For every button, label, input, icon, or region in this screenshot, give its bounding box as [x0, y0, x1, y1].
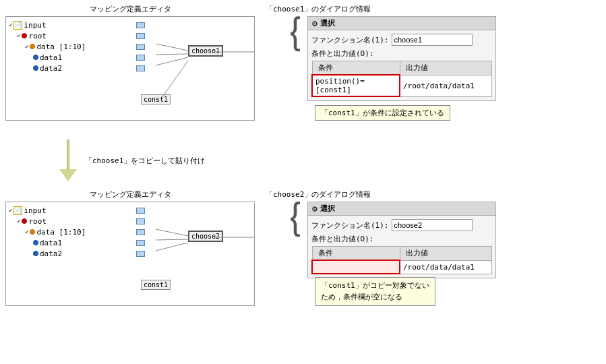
bottom-data2-connector — [136, 251, 145, 257]
svg-line-1 — [156, 54, 188, 55]
bottom-dialog-section: 「choose2」のダイアログ情報 ｛ ⚙ 選択 ファンクション名(1): — [266, 189, 496, 278]
svg-line-3 — [162, 61, 188, 97]
bottom-tree-row-data-range: ✓ data [1:10] — [9, 226, 145, 237]
bottom-callout: 「const1」がコピー対象でない ため，条件欄が空になる — [315, 277, 435, 306]
conditions-label-top: 条件と出力値(O): — [311, 49, 492, 59]
output-cell-top: /root/data/data1 — [400, 75, 492, 96]
bottom-mapping-editor-title: マッピング定義エディタ — [90, 189, 171, 200]
middle-arrow — [59, 140, 77, 181]
bottom-const-node[interactable]: const1 — [141, 280, 171, 290]
condition-cell-top[interactable]: position()=[const1] — [312, 75, 400, 96]
top-dialog-titlebar: ⚙ 選択 — [308, 17, 495, 30]
bottom-mapping-editor: ✓ 📄 input ✓ root ✓ — [5, 202, 255, 306]
bottom-tree-row-data1: data1 — [9, 237, 145, 248]
tree-data-range-label: data [1:10] — [36, 42, 86, 51]
middle-section: 「choose1」をコピーして貼り付け — [5, 121, 601, 187]
top-conditions-table: 条件 出力値 position()=[const1] /root/data/da… — [311, 61, 492, 97]
func-name-label-top: ファンクション名(1): — [311, 35, 389, 45]
top-dialog-panel: ⚙ 選択 ファンクション名(1): 条件と出力値(O): — [307, 16, 496, 101]
top-mapping-editor-section: マッピング定義エディタ ✓ 📄 input ✓ r — [5, 4, 255, 121]
middle-label: 「choose1」をコピーして貼り付け — [85, 156, 205, 166]
output-col-header-bottom: 出力値 — [400, 247, 492, 261]
bottom-tree-row-root: ✓ root — [9, 216, 145, 226]
condition-col-header-top: 条件 — [312, 61, 400, 75]
tree-row-data1: data1 — [9, 52, 145, 63]
func-name-input-top[interactable] — [392, 34, 473, 46]
bottom-conditions-table: 条件 出力値 /root/data/data1 — [311, 246, 492, 274]
bottom-tree-data1-label: data1 — [40, 239, 62, 247]
bottom-data1-connector — [136, 240, 145, 246]
tree-root-label: root — [28, 32, 47, 40]
bottom-data-range-connector — [136, 229, 145, 235]
top-input-connector — [136, 22, 145, 28]
bottom-root-connector — [136, 218, 145, 224]
svg-line-6 — [156, 239, 188, 240]
top-dialog-section-label: 選択 — [320, 18, 335, 28]
top-const-node[interactable]: const1 — [141, 94, 171, 104]
bottom-bracket: ｛ — [266, 199, 306, 233]
bottom-dialog-panel: ⚙ 選択 ファンクション名(1): 条件と出力値(O): — [307, 202, 496, 278]
svg-line-2 — [156, 57, 188, 65]
gear-icon-bottom: ⚙ — [312, 204, 317, 214]
top-data-range-connector — [136, 44, 145, 50]
tree-data1-label: data1 — [40, 53, 62, 62]
top-func-node[interactable]: choose1 — [188, 45, 223, 57]
top-mapping-editor-title: マッピング定義エディタ — [90, 4, 171, 14]
bottom-dialog-section-label: 選択 — [320, 204, 335, 214]
func-name-label-bottom: ファンクション名(1): — [311, 220, 389, 231]
func-name-input-bottom[interactable] — [392, 219, 473, 231]
output-cell-bottom: /root/data/data1 — [400, 260, 492, 274]
output-col-header-top: 出力値 — [400, 61, 492, 75]
tree-data2-label: data2 — [40, 64, 62, 73]
bottom-tree: ✓ 📄 input ✓ root ✓ — [6, 205, 148, 259]
tree-row-root: ✓ root — [9, 30, 145, 41]
bottom-dialog-titlebar: ⚙ 選択 — [308, 202, 495, 216]
top-data1-connector — [136, 55, 145, 61]
bottom-func-name-row: ファンクション名(1): — [311, 219, 492, 231]
bottom-tree-row-data2: data2 — [9, 248, 145, 259]
tree-input-label: input — [24, 21, 46, 30]
bottom-func-node[interactable]: choose2 — [188, 231, 223, 242]
top-mapping-editor: ✓ 📄 input ✓ root ✓ — [5, 16, 255, 121]
top-bracket: ｛ — [266, 13, 306, 48]
conditions-label-bottom: 条件と出力値(O): — [311, 234, 492, 244]
tree-row-input: ✓ 📄 input — [9, 20, 145, 30]
condition-col-header-bottom: 条件 — [312, 247, 400, 261]
top-func-name-row: ファンクション名(1): — [311, 34, 492, 46]
bottom-tree-data2-label: data2 — [40, 249, 62, 258]
top-tree: ✓ 📄 input ✓ root ✓ — [6, 20, 148, 73]
bottom-mapping-editor-section: マッピング定義エディタ ✓ 📄 input ✓ root — [5, 189, 255, 306]
bottom-input-connector — [136, 208, 145, 214]
bottom-tree-root-label: root — [28, 217, 47, 226]
top-data2-connector — [136, 65, 145, 71]
top-root-connector — [136, 33, 145, 39]
svg-line-5 — [156, 229, 188, 236]
tree-row-data2: data2 — [9, 63, 145, 73]
top-dialog-section: 「choose1」のダイアログ情報 ｛ ⚙ 選択 ファンクション名(1): — [266, 4, 496, 101]
svg-line-0 — [156, 44, 188, 51]
gear-icon-top: ⚙ — [312, 18, 317, 28]
condition-cell-bottom[interactable] — [312, 260, 400, 274]
svg-line-7 — [156, 243, 188, 251]
bottom-tree-input-label: input — [24, 206, 46, 215]
bottom-tree-data-range-label: data [1:10] — [36, 228, 86, 237]
bottom-tree-row-input: ✓ 📄 input — [9, 205, 145, 216]
tree-row-data-range: ✓ data [1:10] — [9, 41, 145, 52]
top-callout: 「const1」が条件に設定されている — [315, 105, 450, 121]
